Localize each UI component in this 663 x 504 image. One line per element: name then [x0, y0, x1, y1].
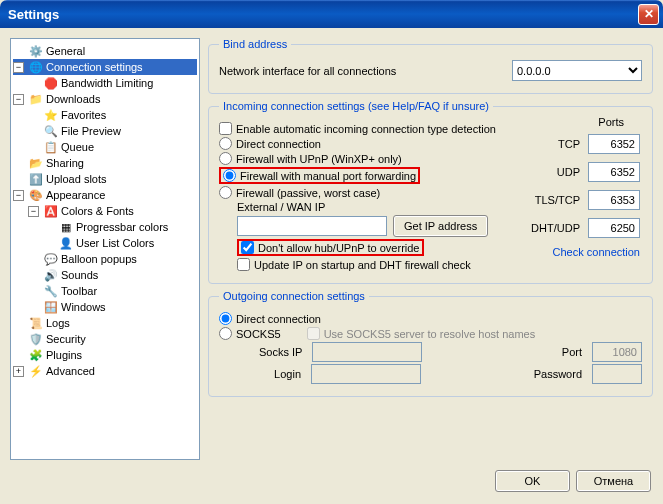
tree-icon: 🌐: [28, 59, 44, 75]
tree-toggle[interactable]: +: [13, 366, 24, 377]
tree-item-colors-fonts[interactable]: −🅰️Colors & Fonts: [13, 203, 197, 219]
passive-label: Firewall (passive, worst case): [236, 187, 380, 199]
tree-item-windows[interactable]: 🪟Windows: [13, 299, 197, 315]
tree-item-advanced[interactable]: +⚡Advanced: [13, 363, 197, 379]
tree-item-logs[interactable]: 📜Logs: [13, 315, 197, 331]
tree-icon: 🔊: [43, 267, 59, 283]
tree-icon: 👤: [58, 235, 74, 251]
tree-item-user-list-colors[interactable]: 👤User List Colors: [13, 235, 197, 251]
tree-item-upload-slots[interactable]: ⬆️Upload slots: [13, 171, 197, 187]
tls-port-input[interactable]: [588, 190, 640, 210]
tree-icon: 📋: [43, 139, 59, 155]
tree-item-security[interactable]: 🛡️Security: [13, 331, 197, 347]
ports-header: Ports: [598, 116, 624, 128]
socks-ip-label: Socks IP: [259, 346, 302, 358]
direct-label: Direct connection: [236, 138, 321, 150]
tree-toggle[interactable]: −: [13, 94, 24, 105]
tree-toggle[interactable]: −: [28, 206, 39, 217]
no-override-label: Don't allow hub/UPnP to override: [258, 242, 420, 254]
tree-icon: ⚙️: [28, 43, 44, 59]
tree-toggle[interactable]: −: [13, 190, 24, 201]
socks-port-label: Port: [562, 346, 582, 358]
extip-input[interactable]: [237, 216, 387, 236]
tls-label: TLS/TCP: [535, 194, 580, 206]
tree-label: Sounds: [61, 269, 98, 281]
auto-detect-label: Enable automatic incoming connection typ…: [236, 123, 496, 135]
ports-column: TCP UDP TLS/TCP DHT/UDP Check connection: [531, 132, 640, 260]
tree-label: Balloon popups: [61, 253, 137, 265]
no-override-checkbox[interactable]: [241, 241, 254, 254]
tree-icon: 🎨: [28, 187, 44, 203]
auto-detect-checkbox[interactable]: [219, 122, 232, 135]
tree-icon: 📁: [28, 91, 44, 107]
update-ip-checkbox[interactable]: [237, 258, 250, 271]
tree-item-connection-settings[interactable]: −🌐Connection settings: [13, 59, 197, 75]
direct-radio[interactable]: [219, 137, 232, 150]
tree-item-appearance[interactable]: −🎨Appearance: [13, 187, 197, 203]
bind-legend: Bind address: [219, 38, 291, 50]
get-ip-button[interactable]: Get IP address: [393, 215, 488, 237]
tree-icon: 🪟: [43, 299, 59, 315]
out-direct-radio[interactable]: [219, 312, 232, 325]
tree-item-sounds[interactable]: 🔊Sounds: [13, 267, 197, 283]
bind-label: Network interface for all connections: [219, 65, 506, 77]
tree-item-downloads[interactable]: −📁Downloads: [13, 91, 197, 107]
tree-icon: 🛑: [43, 75, 59, 91]
tree-item-plugins[interactable]: 🧩Plugins: [13, 347, 197, 363]
udp-port-input[interactable]: [588, 162, 640, 182]
tree-item-queue[interactable]: 📋Queue: [13, 139, 197, 155]
dht-port-input[interactable]: [588, 218, 640, 238]
tree-item-sharing[interactable]: 📂Sharing: [13, 155, 197, 171]
tree-label: Plugins: [46, 349, 82, 361]
incoming-legend: Incoming connection settings (see Help/F…: [219, 100, 493, 112]
tree-icon: 🔧: [43, 283, 59, 299]
settings-tree[interactable]: ⚙️General−🌐Connection settings🛑Bandwidth…: [10, 38, 200, 460]
manual-label: Firewall with manual port forwarding: [240, 170, 416, 182]
udp-label: UDP: [557, 166, 580, 178]
tree-icon: 🔍: [43, 123, 59, 139]
tree-item-bandwidth-limiting[interactable]: 🛑Bandwidth Limiting: [13, 75, 197, 91]
bind-interface-select[interactable]: 0.0.0.0: [512, 60, 642, 81]
manual-radio[interactable]: [223, 169, 236, 182]
tree-item-toolbar[interactable]: 🔧Toolbar: [13, 283, 197, 299]
tcp-port-input[interactable]: [588, 134, 640, 154]
socks-port-input: [592, 342, 642, 362]
incoming-group: Incoming connection settings (see Help/F…: [208, 100, 653, 284]
tree-icon: 📂: [28, 155, 44, 171]
tree-toggle[interactable]: −: [13, 62, 24, 73]
ok-button[interactable]: OK: [495, 470, 570, 492]
passive-radio[interactable]: [219, 186, 232, 199]
check-connection-link[interactable]: Check connection: [553, 246, 640, 258]
tree-label: Progressbar colors: [76, 221, 168, 233]
password-label: Password: [534, 368, 582, 380]
tree-label: Upload slots: [46, 173, 107, 185]
tree-icon: 🅰️: [43, 203, 59, 219]
password-input: [592, 364, 642, 384]
tree-label: Bandwidth Limiting: [61, 77, 153, 89]
tree-icon: 💬: [43, 251, 59, 267]
cancel-button[interactable]: Отмена: [576, 470, 651, 492]
titlebar: Settings ✕: [0, 0, 663, 28]
tree-icon: ▦: [58, 219, 74, 235]
tree-label: Logs: [46, 317, 70, 329]
tcp-label: TCP: [558, 138, 580, 150]
tree-label: Favorites: [61, 109, 106, 121]
update-ip-label: Update IP on startup and DHT firewall ch…: [254, 259, 471, 271]
tree-icon: 🛡️: [28, 331, 44, 347]
tree-item-favorites[interactable]: ⭐Favorites: [13, 107, 197, 123]
tree-item-progressbar-colors[interactable]: ▦Progressbar colors: [13, 219, 197, 235]
close-button[interactable]: ✕: [638, 4, 659, 25]
out-direct-label: Direct connection: [236, 313, 321, 325]
tree-label: Downloads: [46, 93, 100, 105]
tree-label: Appearance: [46, 189, 105, 201]
socks-radio[interactable]: [219, 327, 232, 340]
tree-item-general[interactable]: ⚙️General: [13, 43, 197, 59]
tree-icon: ⭐: [43, 107, 59, 123]
tree-item-file-preview[interactable]: 🔍File Preview: [13, 123, 197, 139]
socks-ip-input: [312, 342, 422, 362]
tree-icon: ⚡: [28, 363, 44, 379]
tree-label: Connection settings: [46, 61, 143, 73]
tree-icon: ⬆️: [28, 171, 44, 187]
upnp-radio[interactable]: [219, 152, 232, 165]
tree-item-balloon-popups[interactable]: 💬Balloon popups: [13, 251, 197, 267]
